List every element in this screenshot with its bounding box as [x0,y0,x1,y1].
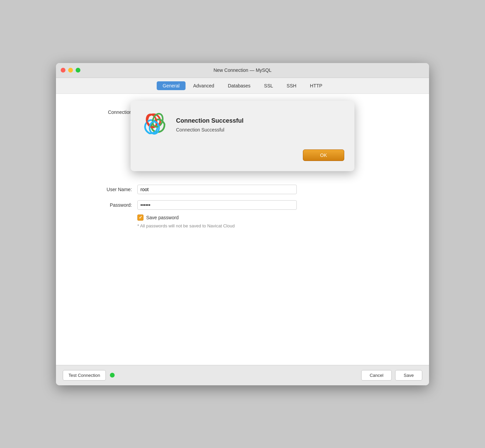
modal-overlay: Connection Successful Connection Success… [56,94,429,365]
dialog-title: Connection Successful [176,117,344,124]
tab-ssl[interactable]: SSL [258,81,279,90]
ok-button[interactable]: OK [303,149,344,161]
title-bar: New Connection — MySQL [56,63,429,78]
dialog-text: Connection Successful Connection Success… [176,117,344,133]
tab-bar: General Advanced Databases SSL SSH HTTP [56,78,429,94]
right-buttons: Cancel Save [361,370,422,381]
window-title: New Connection — MySQL [213,67,271,73]
tab-ssh[interactable]: SSH [280,81,303,90]
tab-databases[interactable]: Databases [222,81,257,90]
tab-http[interactable]: HTTP [304,81,329,90]
tab-advanced[interactable]: Advanced [187,81,220,90]
dialog-footer: OK [141,149,344,161]
content-area: Connection [56,94,429,365]
save-button[interactable]: Save [395,370,422,381]
window-controls [61,68,80,73]
dialog-body: Connection Successful Connection Success… [141,111,344,139]
dialog-subtitle: Connection Successful [176,127,344,133]
connection-status-dot [110,373,115,378]
main-window: New Connection — MySQL General Advanced … [56,63,429,385]
close-button[interactable] [61,68,65,73]
minimize-button[interactable] [68,68,73,73]
test-connection-button[interactable]: Test Connection [63,370,106,381]
cancel-button[interactable]: Cancel [361,370,392,381]
success-dialog: Connection Successful Connection Success… [131,101,354,171]
navicat-logo [141,111,168,139]
bottom-bar: Test Connection Cancel Save [56,365,429,385]
tab-general[interactable]: General [157,81,186,90]
maximize-button[interactable] [76,68,80,73]
